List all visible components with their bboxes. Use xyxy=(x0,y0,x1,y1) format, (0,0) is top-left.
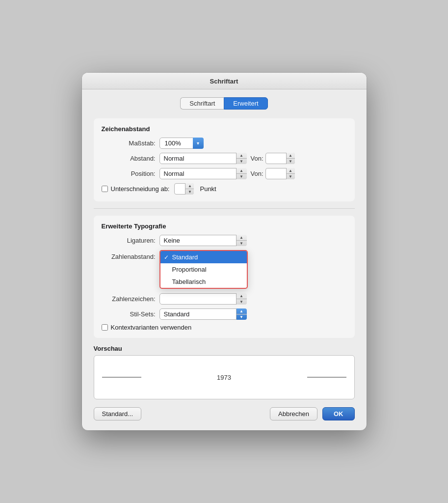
abstand-label: Abstand: xyxy=(102,155,156,162)
preview-line-left xyxy=(102,377,141,378)
erweiterte-typografie-section: Erweiterte Typografie Ligaturen: Keine ▲… xyxy=(94,216,355,338)
zahlenzeichen-up[interactable]: ▲ xyxy=(237,293,247,299)
abstand-select-wrapper: Normal ▲ ▼ xyxy=(159,153,247,164)
preview-box: 1973 xyxy=(94,355,355,399)
ligaturen-stepper: ▲ ▼ xyxy=(236,235,247,246)
stil-sets-select[interactable]: Standard xyxy=(159,308,247,320)
position-von-stepper: ▲ ▼ xyxy=(286,168,295,179)
position-select-wrapper: Normal ▲ ▼ xyxy=(159,168,247,179)
stil-sets-up[interactable]: ▲ xyxy=(237,308,247,314)
stil-sets-row: Stil-Sets: Standard ▲ ▼ xyxy=(102,308,347,320)
unterschneidung-checkbox[interactable] xyxy=(102,186,108,192)
tab-schriftart[interactable]: Schriftart xyxy=(180,97,224,110)
abstand-von-up[interactable]: ▲ xyxy=(287,153,295,159)
position-von-label: Von: xyxy=(251,170,264,177)
abstand-row: Abstand: Normal ▲ ▼ Von: ▲ ▼ xyxy=(102,153,347,164)
stil-sets-select-wrapper: Standard ▲ ▼ xyxy=(159,308,247,320)
unterschneidung-up[interactable]: ▲ xyxy=(185,183,194,189)
zahlenabstand-row: Zahlenabstand: Standard ✓ Standard Propo… xyxy=(102,250,347,263)
zeichenabstand-section: Zeichenabstand Maßstab: 100% ▾ Abstand: … xyxy=(94,118,355,201)
unterschneidung-row: Unterschneidung ab: ▲ ▼ Punkt xyxy=(102,183,347,195)
unterschneidung-label: Unterschneidung ab: xyxy=(111,185,170,193)
masstab-select[interactable]: 100% xyxy=(159,138,204,149)
position-row: Position: Normal ▲ ▼ Von: ▲ ▼ xyxy=(102,168,347,179)
position-up-arrow[interactable]: ▲ xyxy=(237,168,247,174)
abstand-von-label: Von: xyxy=(251,155,264,162)
unterschneidung-stepper: ▲ ▼ xyxy=(185,183,194,195)
bottom-button-row: Standard... Abbrechen OK xyxy=(94,407,355,420)
abstand-up-arrow[interactable]: ▲ xyxy=(237,153,247,159)
kontextvarianten-checkbox[interactable] xyxy=(102,324,108,331)
vorschau-section: Vorschau 1973 xyxy=(94,345,355,399)
stil-sets-stepper: ▲ ▼ xyxy=(236,308,247,320)
font-dialog: Schriftart Schriftart Erweitert Zeichena… xyxy=(82,73,367,430)
dialog-title-bar: Schriftart xyxy=(82,73,367,89)
erweiterte-typografie-title: Erweiterte Typografie xyxy=(102,223,347,230)
position-von-up[interactable]: ▲ xyxy=(287,168,295,174)
option-proportional-label: Proportional xyxy=(172,266,207,273)
masstab-select-wrapper: 100% ▾ xyxy=(159,138,204,149)
standard-button[interactable]: Standard... xyxy=(94,407,142,420)
zahlenabstand-dropdown-menu: ✓ Standard Proportional Tabellarisch xyxy=(159,250,248,289)
section-divider xyxy=(94,208,355,209)
right-buttons: Abbrechen OK xyxy=(270,407,354,420)
position-select[interactable]: Normal xyxy=(159,168,247,179)
zahlenzeichen-select-wrapper: ▲ ▼ xyxy=(159,293,247,305)
option-standard-label: Standard xyxy=(172,253,198,261)
zahlenzeichen-stepper: ▲ ▼ xyxy=(236,293,247,305)
masstab-row: Maßstab: 100% ▾ xyxy=(102,138,347,149)
position-stepper: ▲ ▼ xyxy=(236,168,247,179)
ligaturen-down[interactable]: ▼ xyxy=(237,241,247,246)
preview-text: 1973 xyxy=(217,374,231,381)
position-label: Position: xyxy=(102,170,156,177)
position-von-down[interactable]: ▼ xyxy=(287,174,295,179)
zahlenzeichen-down[interactable]: ▼ xyxy=(237,299,247,305)
zahlenabstand-option-standard[interactable]: ✓ Standard xyxy=(160,251,247,263)
punkt-label: Punkt xyxy=(200,185,216,193)
ligaturen-up[interactable]: ▲ xyxy=(237,235,247,241)
preview-line-right xyxy=(307,377,346,378)
ok-button[interactable]: OK xyxy=(322,407,355,420)
kontextvarianten-row: Kontextvarianten verwenden xyxy=(102,324,347,331)
ligaturen-select-wrapper: Keine ▲ ▼ xyxy=(159,235,247,246)
zahlenzeichen-select[interactable] xyxy=(159,293,247,305)
unterschneidung-down[interactable]: ▼ xyxy=(185,189,194,195)
abbrechen-button[interactable]: Abbrechen xyxy=(270,407,317,420)
zahlenzeichen-label: Zahlenzeichen: xyxy=(102,295,156,303)
position-down-arrow[interactable]: ▼ xyxy=(237,174,247,179)
tab-erweitert[interactable]: Erweitert xyxy=(224,97,267,110)
check-mark-icon: ✓ xyxy=(164,254,169,261)
abstand-select[interactable]: Normal xyxy=(159,153,247,164)
abstand-von-stepper: ▲ ▼ xyxy=(286,153,295,164)
stil-sets-label: Stil-Sets: xyxy=(102,310,156,318)
zeichenabstand-title: Zeichenabstand xyxy=(102,125,347,133)
zahlenabstand-option-tabellarisch[interactable]: Tabellarisch xyxy=(160,276,247,288)
kontextvarianten-label: Kontextvarianten verwenden xyxy=(111,324,192,331)
ligaturen-label: Ligaturen: xyxy=(102,237,156,244)
tab-row: Schriftart Erweitert xyxy=(94,97,355,110)
abstand-stepper: ▲ ▼ xyxy=(236,153,247,164)
ligaturen-row: Ligaturen: Keine ▲ ▼ xyxy=(102,235,347,246)
zahlenabstand-label: Zahlenabstand: xyxy=(102,253,156,260)
masstab-label: Maßstab: xyxy=(102,140,156,147)
zahlenzeichen-row: Zahlenzeichen: ▲ ▼ xyxy=(102,293,347,305)
zahlenabstand-dropdown-wrapper: Standard ✓ Standard Proportional Tabella… xyxy=(159,250,247,263)
dialog-content: Schriftart Erweitert Zeichenabstand Maßs… xyxy=(82,89,367,430)
dialog-title: Schriftart xyxy=(210,78,238,85)
ligaturen-select[interactable]: Keine xyxy=(159,235,247,246)
stil-sets-down[interactable]: ▼ xyxy=(237,314,247,320)
abstand-down-arrow[interactable]: ▼ xyxy=(237,159,247,164)
zahlenabstand-option-proportional[interactable]: Proportional xyxy=(160,263,247,276)
option-tabellarisch-label: Tabellarisch xyxy=(172,278,206,285)
vorschau-title: Vorschau xyxy=(94,345,355,352)
abstand-von-down[interactable]: ▼ xyxy=(287,159,295,164)
